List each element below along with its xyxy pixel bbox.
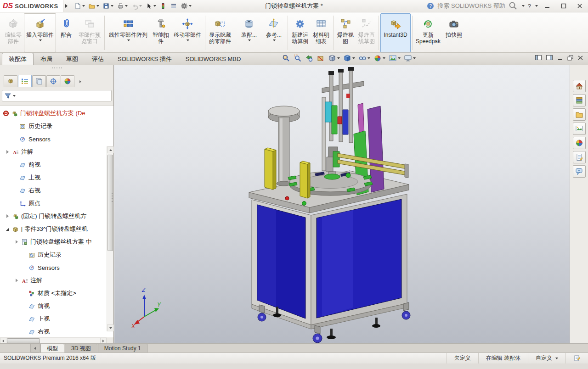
- expand-arrow-icon[interactable]: [6, 214, 9, 218]
- minimize-button[interactable]: [541, 1, 554, 11]
- tabs-scroll-left-button[interactable]: [30, 344, 40, 352]
- solidworks-resources-button[interactable]: [573, 80, 586, 92]
- doc-minimize-button[interactable]: [557, 55, 563, 62]
- take-snapshot-button[interactable]: 拍快照: [442, 13, 465, 52]
- zoom-area-button[interactable]: [293, 54, 302, 63]
- tree-filter[interactable]: [2, 90, 112, 101]
- hide-show-items-button[interactable]: [358, 54, 371, 63]
- menu-expander-icon[interactable]: [65, 4, 68, 8]
- view-options-button[interactable]: [169, 1, 178, 11]
- tree-item-right-plane[interactable]: 右视: [0, 184, 107, 197]
- tree-item-origin[interactable]: 原点: [0, 197, 107, 210]
- help-circle-icon[interactable]: ?: [427, 2, 434, 10]
- appearances-scenes-button[interactable]: [573, 137, 586, 149]
- print-button[interactable]: [116, 1, 129, 11]
- status-units-dropdown[interactable]: 自定义: [528, 353, 565, 363]
- section-view-button[interactable]: [316, 54, 325, 63]
- scroll-down-button[interactable]: [107, 324, 114, 331]
- close-button[interactable]: [573, 1, 586, 11]
- custom-properties-button[interactable]: [573, 151, 586, 163]
- doc-close-button[interactable]: [577, 55, 583, 62]
- tab-layout[interactable]: 布局: [34, 53, 59, 65]
- tree-vertical-scrollbar[interactable]: [107, 146, 113, 331]
- mate-button[interactable]: 配合: [56, 13, 76, 52]
- scroll-up-button[interactable]: [107, 146, 114, 153]
- tree-item-history[interactable]: 历史记录: [0, 120, 107, 133]
- file-explorer-button[interactable]: [573, 108, 586, 121]
- tab-evaluate[interactable]: 评估: [85, 53, 111, 65]
- insert-components-button[interactable]: 插入零部件: [24, 13, 56, 52]
- panel-vertical-splitter-handle[interactable]: [112, 193, 113, 202]
- reference-geometry-button[interactable]: 参考...: [261, 13, 286, 52]
- search-input[interactable]: 搜索 SOLIDWORKS 帮助: [437, 2, 505, 10]
- design-library-button[interactable]: [573, 94, 586, 106]
- tree-item-sensors[interactable]: Sensors: [0, 261, 107, 274]
- maximize-button[interactable]: [557, 1, 570, 11]
- tree-item-top-plane[interactable]: 上视: [0, 171, 107, 184]
- view-settings-button[interactable]: [403, 54, 416, 63]
- tree-item-fixed-subassembly[interactable]: (固定) 门锁转盘螺丝机方: [0, 210, 107, 223]
- open-button[interactable]: [87, 1, 100, 11]
- tree-item-subdocument[interactable]: 门锁转盘螺丝机方案 中: [0, 235, 107, 248]
- machine-model[interactable]: [114, 65, 570, 343]
- tree-item-annotations[interactable]: A 注解: [0, 145, 107, 158]
- previous-view-button[interactable]: [305, 54, 314, 63]
- panel-tab-dimxpertmanager[interactable]: [46, 75, 60, 87]
- tree-item-top-plane[interactable]: 上视: [0, 313, 107, 325]
- tab-sketch[interactable]: 草图: [59, 53, 85, 65]
- panel-splitter-handle[interactable]: [52, 67, 62, 68]
- show-hidden-components-button[interactable]: 显示隐藏的零部件: [207, 13, 233, 52]
- rebuild-button[interactable]: [158, 1, 168, 11]
- doc-restore-button[interactable]: [567, 55, 573, 62]
- panel-tab-featuremanager[interactable]: [18, 75, 32, 87]
- tree-item-virtual-part[interactable]: [ 零件33^门锁转盘螺丝机: [0, 223, 107, 235]
- panel-tab-configurationmanager[interactable]: [32, 75, 46, 87]
- help-menu-caret[interactable]: [535, 5, 538, 7]
- expand-arrow-icon[interactable]: [16, 240, 18, 244]
- solidworks-logo[interactable]: DS SOLIDWORKS: [0, 0, 63, 12]
- graphics-viewport[interactable]: Z Y X: [114, 65, 570, 343]
- search-icon[interactable]: [509, 1, 518, 11]
- edit-component-button[interactable]: 编辑零部件: [3, 13, 24, 52]
- tab-assembly[interactable]: 装配体: [2, 53, 34, 65]
- search-scope-caret[interactable]: [522, 5, 525, 7]
- tree-horizontal-scrollbar[interactable]: [0, 337, 107, 343]
- tree-item-history[interactable]: 历史记录: [0, 248, 107, 261]
- save-button[interactable]: [102, 1, 114, 11]
- tree-item-front-plane[interactable]: 前视: [0, 300, 107, 313]
- display-style-button[interactable]: [343, 54, 356, 63]
- pane-right-button[interactable]: [546, 55, 553, 62]
- tree-item-front-plane[interactable]: 前视: [0, 158, 107, 171]
- smart-fasteners-button[interactable]: 智能扣件: [150, 13, 171, 52]
- vertical-scroll-thumb[interactable]: [107, 155, 113, 251]
- horizontal-scroll-thumb[interactable]: [7, 338, 40, 343]
- explode-line-sketch-button[interactable]: 爆炸直线草图: [356, 13, 377, 52]
- tree-item-sensors[interactable]: Sensors: [0, 133, 107, 145]
- panel-tab-displaymanager[interactable]: [61, 75, 74, 87]
- new-motion-study-button[interactable]: 新建运动算例: [289, 13, 311, 52]
- help-menu[interactable]: ?: [528, 3, 531, 10]
- tree-item-root-assembly[interactable]: 门锁转盘螺丝机方案 (De: [0, 107, 107, 120]
- collapse-arrow-icon[interactable]: [6, 228, 9, 231]
- expand-arrow-icon[interactable]: [6, 150, 9, 154]
- move-component-button[interactable]: 移动零部件: [171, 13, 204, 52]
- options-button[interactable]: [180, 1, 192, 11]
- update-speedpak-button[interactable]: 更新 Speedpak: [414, 13, 442, 52]
- instant3d-button[interactable]: Instant3D: [380, 13, 411, 52]
- assembly-features-button[interactable]: 装配...: [237, 13, 261, 52]
- pane-left-button[interactable]: [535, 55, 542, 62]
- linear-component-pattern-button[interactable]: 线性零部件阵列: [106, 13, 150, 52]
- tab-solidworks-mbd[interactable]: SOLIDWORKS MBD: [179, 53, 248, 65]
- tab-3d-views[interactable]: 3D 视图: [65, 344, 97, 352]
- tab-model[interactable]: 模型: [40, 344, 64, 352]
- edit-appearance-button[interactable]: [373, 54, 386, 63]
- tab-solidworks-addins[interactable]: SOLIDWORKS 插件: [111, 53, 179, 65]
- exploded-view-button[interactable]: 爆炸视图: [335, 13, 356, 52]
- undo-button[interactable]: [130, 1, 143, 11]
- view-orientation-button[interactable]: [328, 54, 340, 63]
- panel-tab-overflow-button[interactable]: [77, 77, 84, 87]
- new-document-button[interactable]: [73, 1, 86, 11]
- expand-arrow-icon[interactable]: [16, 279, 18, 282]
- solidworks-forum-button[interactable]: [573, 165, 586, 178]
- tree-item-material[interactable]: 材质 <未指定>: [0, 287, 107, 300]
